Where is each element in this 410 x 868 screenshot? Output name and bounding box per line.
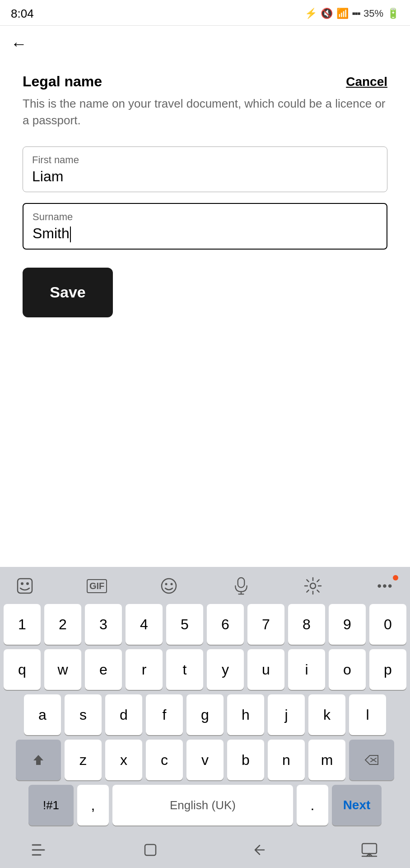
first-name-label: First name	[32, 154, 378, 166]
app-bar: ←	[0, 26, 410, 62]
svg-rect-16	[362, 844, 377, 854]
key-j[interactable]: j	[268, 694, 305, 735]
key-5[interactable]: 5	[166, 604, 203, 645]
key-e[interactable]: e	[85, 649, 122, 690]
settings-icon[interactable]	[297, 571, 329, 600]
zxcv-row: z x c v b n m	[3, 740, 407, 780]
battery-icon: 🔋	[387, 8, 399, 19]
status-icons: ⚡ 🔇 📶 ▪▪▪ 35% 🔋	[305, 8, 399, 19]
key-r[interactable]: r	[126, 649, 163, 690]
page-title: Legal name	[23, 73, 102, 90]
qwerty-row: q w e r t y u i o p	[3, 649, 407, 690]
status-bar: 8:04 ⚡ 🔇 📶 ▪▪▪ 35% 🔋	[0, 0, 410, 25]
key-9[interactable]: 9	[329, 604, 366, 645]
page-description: This is the name on your travel document…	[23, 95, 387, 128]
keyboard: GIF •••	[0, 567, 410, 868]
symbol-key[interactable]: !#1	[28, 785, 74, 826]
more-options-icon[interactable]: •••	[369, 571, 401, 600]
key-v[interactable]: v	[186, 740, 224, 780]
emoji-icon[interactable]	[153, 571, 185, 600]
key-6[interactable]: 6	[207, 604, 244, 645]
asdf-row: a s d f g h j k l	[3, 694, 407, 735]
key-c[interactable]: c	[146, 740, 183, 780]
surname-field[interactable]: Surname Smith	[23, 203, 387, 250]
number-row: 1 2 3 4 5 6 7 8 9 0	[3, 604, 407, 645]
key-h[interactable]: h	[227, 694, 264, 735]
key-t[interactable]: t	[166, 649, 203, 690]
svg-point-3	[162, 579, 176, 593]
key-q[interactable]: q	[4, 649, 41, 690]
key-y[interactable]: y	[207, 649, 244, 690]
backspace-key[interactable]	[349, 740, 394, 780]
key-i[interactable]: i	[288, 649, 325, 690]
key-p[interactable]: p	[369, 649, 406, 690]
sticker-icon[interactable]	[9, 571, 41, 600]
battery-percent: 35%	[363, 8, 383, 19]
notification-dot	[393, 575, 398, 580]
space-key[interactable]: English (UK)	[112, 785, 293, 826]
gif-button[interactable]: GIF	[81, 571, 113, 600]
key-s[interactable]: s	[65, 694, 102, 735]
svg-point-4	[165, 583, 168, 585]
comma-key[interactable]: ,	[77, 785, 109, 826]
key-a[interactable]: a	[24, 694, 61, 735]
key-w[interactable]: w	[44, 649, 81, 690]
key-z[interactable]: z	[65, 740, 102, 780]
key-7[interactable]: 7	[247, 604, 284, 645]
key-0[interactable]: 0	[369, 604, 406, 645]
surname-value: Smith	[33, 225, 377, 242]
period-key[interactable]: .	[297, 785, 328, 826]
form-fields: First name Liam Surname Smith	[23, 146, 387, 250]
key-d[interactable]: d	[105, 694, 142, 735]
key-g[interactable]: g	[186, 694, 224, 735]
key-l[interactable]: l	[349, 694, 386, 735]
surname-label: Surname	[33, 211, 377, 223]
status-time: 8:04	[11, 7, 34, 21]
keyboard-rows: 1 2 3 4 5 6 7 8 9 0 q w e r t y u i o p …	[0, 603, 410, 832]
key-4[interactable]: 4	[126, 604, 163, 645]
main-content: Legal name Cancel This is the name on yo…	[0, 62, 410, 317]
save-button[interactable]: Save	[23, 268, 113, 317]
key-u[interactable]: u	[247, 649, 284, 690]
next-key[interactable]: Next	[332, 785, 382, 826]
first-name-field[interactable]: First name Liam	[23, 146, 387, 192]
key-1[interactable]: 1	[4, 604, 41, 645]
keyboard-toolbar: GIF •••	[0, 567, 410, 603]
svg-rect-0	[18, 579, 32, 593]
nav-bar	[0, 832, 410, 868]
back-button[interactable]: ←	[11, 36, 27, 52]
svg-point-5	[171, 583, 173, 585]
page-header: Legal name Cancel	[23, 73, 387, 90]
shift-key[interactable]	[16, 740, 61, 780]
key-m[interactable]: m	[308, 740, 345, 780]
signal-icon: ▪▪▪	[352, 8, 360, 19]
cancel-button[interactable]: Cancel	[346, 75, 387, 89]
nav-keyboard-hide-button[interactable]	[356, 839, 383, 861]
svg-point-1	[21, 582, 23, 585]
key-f[interactable]: f	[146, 694, 183, 735]
nav-menu-button[interactable]	[27, 839, 54, 861]
key-3[interactable]: 3	[85, 604, 122, 645]
svg-point-2	[26, 582, 29, 585]
mute-icon: 🔇	[321, 8, 333, 19]
key-n[interactable]: n	[268, 740, 305, 780]
text-cursor	[70, 226, 71, 242]
first-name-value: Liam	[32, 168, 378, 185]
nav-home-button[interactable]	[137, 839, 164, 861]
key-k[interactable]: k	[308, 694, 345, 735]
svg-rect-15	[145, 844, 156, 855]
key-2[interactable]: 2	[44, 604, 81, 645]
nav-back-button[interactable]	[246, 839, 273, 861]
key-x[interactable]: x	[105, 740, 142, 780]
wifi-icon: 📶	[336, 8, 349, 19]
microphone-icon[interactable]	[225, 571, 257, 600]
svg-point-9	[310, 583, 316, 589]
svg-rect-6	[238, 578, 245, 588]
key-8[interactable]: 8	[288, 604, 325, 645]
key-b[interactable]: b	[227, 740, 264, 780]
bottom-row: !#1 , English (UK) . Next	[3, 785, 407, 826]
key-o[interactable]: o	[329, 649, 366, 690]
bluetooth-icon: ⚡	[305, 8, 317, 19]
